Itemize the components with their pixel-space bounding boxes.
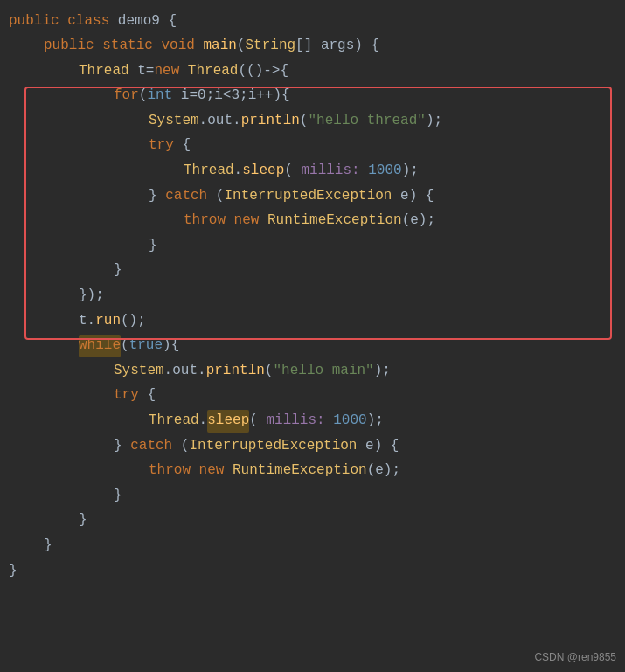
line: } [0, 533, 625, 558]
line: } catch (InterruptedException e) { [0, 433, 625, 459]
line: throw new RuntimeException(e); [0, 459, 625, 484]
line: } [0, 483, 625, 509]
line: Thread t=new Thread(()->{ [0, 59, 625, 84]
line: } [0, 233, 625, 259]
line: } [0, 259, 625, 284]
line: t.run(); [0, 308, 625, 334]
line: System.out.println("hello thread"); [0, 108, 625, 134]
line: while(true){ [0, 334, 625, 359]
line: } [0, 558, 625, 584]
line: Thread.sleep( millis: 1000); [0, 409, 625, 434]
line: for(int i=0;i<3;i++){ [0, 84, 625, 109]
line: System.out.println("hello main"); [0, 358, 625, 384]
line: try { [0, 384, 625, 409]
watermark: CSDN @ren9855 [534, 651, 616, 663]
line: throw new RuntimeException(e); [0, 209, 625, 234]
line: } [0, 509, 625, 534]
line: try { [0, 134, 625, 159]
line: public class demo9 { [0, 9, 625, 34]
line: public static void main(String[] args) { [0, 34, 625, 59]
code-container: public class demo9 {public static void m… [0, 0, 625, 672]
code-lines: public class demo9 {public static void m… [0, 9, 625, 584]
line: }); [0, 284, 625, 309]
line: } catch (InterruptedException e) { [0, 184, 625, 209]
line: Thread.sleep( millis: 1000); [0, 159, 625, 184]
